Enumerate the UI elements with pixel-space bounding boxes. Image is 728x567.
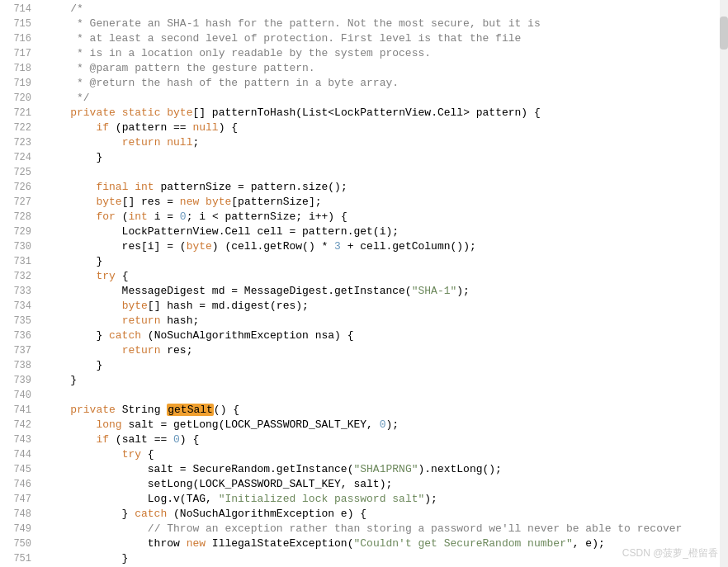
code-token: "SHA1PRNG" [353, 463, 418, 475]
watermark: CSDN @菠萝_橙留香 [622, 546, 718, 560]
code-token: null [167, 136, 192, 149]
line-number: 717 [0, 46, 41, 61]
code-container: 714 /*715 * Generate an SHA-1 hash for t… [0, 0, 728, 567]
table-row: 717 * is in a location only readable by … [0, 46, 728, 61]
line-number: 723 [0, 135, 41, 150]
line-content: // Throw an exception rather than storin… [41, 522, 728, 536]
table-row: 719 * @return the hash of the pattern in… [0, 76, 728, 91]
table-row: 723 return null; [0, 135, 728, 150]
code-token: // Throw an exception rather than storin… [148, 522, 683, 535]
line-content: * @param pattern the gesture pattern. [41, 61, 728, 76]
line-number: 714 [0, 2, 41, 17]
line-number: 725 [0, 165, 41, 180]
line-content: if (pattern == null) { [41, 120, 728, 135]
line-number: 740 [0, 388, 41, 403]
line-content: salt = SecureRandom.getInstance("SHA1PRN… [41, 462, 728, 477]
line-number: 727 [0, 195, 41, 210]
line-number: 721 [0, 106, 41, 120]
line-content: } catch (NoSuchAlgorithmException nsa) { [41, 328, 728, 343]
line-content: * @return the hash of the pattern in a b… [41, 76, 728, 91]
line-content: } [41, 150, 728, 165]
line-number: 741 [0, 403, 41, 418]
line-number: 747 [0, 492, 41, 507]
code-token: 0 [173, 433, 180, 446]
code-token: /* [45, 2, 83, 15]
table-row: 729 LockPatternView.Cell cell = pattern.… [0, 224, 728, 239]
line-number: 731 [0, 254, 41, 269]
line-number: 726 [0, 180, 41, 195]
code-token: byte [167, 106, 192, 119]
line-number: 732 [0, 269, 41, 284]
code-token: int [128, 210, 147, 223]
line-content: * is in a location only readable by the … [41, 46, 728, 61]
line-content [41, 388, 728, 403]
table-row: 740 [0, 388, 728, 403]
line-number: 716 [0, 31, 41, 46]
table-row: 742 long salt = getLong(LOCK_PASSWORD_SA… [0, 418, 728, 432]
code-token: "Couldn't get SecureRandom number" [353, 537, 572, 550]
line-number: 734 [0, 299, 41, 314]
line-number: 715 [0, 17, 41, 31]
line-number: 751 [0, 551, 41, 566]
code-token: try [122, 448, 141, 461]
line-number: 738 [0, 358, 41, 373]
table-row: 749 // Throw an exception rather than st… [0, 522, 728, 536]
code-token: for [96, 210, 115, 223]
scrollbar-thumb[interactable] [720, 17, 728, 50]
line-number: 746 [0, 477, 41, 492]
line-number: 743 [0, 432, 41, 447]
table-row: 750 throw new IllegalStateException("Cou… [0, 536, 728, 551]
table-row: 724 } [0, 150, 728, 165]
line-content: final int patternSize = pattern.size(); [41, 180, 728, 195]
table-row: 727 byte[] res = new byte[patternSize]; [0, 195, 728, 210]
line-content: } catch (NoSuchAlgorithmException e) { [41, 507, 728, 522]
code-token: byte [122, 300, 148, 312]
table-row: 718 * @param pattern the gesture pattern… [0, 61, 728, 76]
code-token: * at least a second level of protection.… [45, 32, 521, 45]
code-token: long [96, 418, 121, 431]
line-number: 720 [0, 91, 41, 106]
line-number: 718 [0, 61, 41, 76]
code-token: byte [206, 196, 231, 208]
table-row: 715 * Generate an SHA-1 hash for the pat… [0, 17, 728, 31]
line-content: return null; [41, 135, 728, 150]
line-content: return hash; [41, 314, 728, 328]
table-row: 733 MessageDigest md = MessageDigest.get… [0, 284, 728, 299]
line-number: 733 [0, 284, 41, 299]
scrollbar[interactable] [720, 0, 728, 567]
table-row: 714 /* [0, 2, 728, 17]
line-content: */ [41, 91, 728, 106]
line-content: private String getSalt() { [41, 403, 728, 418]
table-row: 721 private static byte[] patternToHash(… [0, 106, 728, 120]
table-row: 716 * at least a second level of protect… [0, 31, 728, 46]
line-number: 724 [0, 150, 41, 165]
line-number: 728 [0, 210, 41, 224]
line-number: 748 [0, 507, 41, 522]
table-row: 730 res[i] = (byte) (cell.getRow() * 3 +… [0, 239, 728, 254]
code-view[interactable]: 714 /*715 * Generate an SHA-1 hash for t… [0, 0, 728, 567]
table-row: 744 try { [0, 447, 728, 462]
table-row: 737 return res; [0, 343, 728, 358]
table-row: 739 } [0, 373, 728, 388]
code-token: * Generate an SHA-1 hash for the pattern… [45, 17, 541, 30]
line-number: 737 [0, 343, 41, 358]
line-number: 745 [0, 462, 41, 477]
line-number: 749 [0, 522, 41, 536]
code-token: if [96, 433, 109, 446]
line-number: 739 [0, 373, 41, 388]
code-token: catch [109, 329, 141, 342]
line-content: res[i] = (byte) (cell.getRow() * 3 + cel… [41, 239, 728, 254]
line-content: for (int i = 0; i < patternSize; i++) { [41, 210, 728, 224]
line-content: byte[] res = new byte[patternSize]; [41, 195, 728, 210]
code-token: new [187, 537, 206, 550]
line-content: long salt = getLong(LOCK_PASSWORD_SALT_K… [41, 418, 728, 432]
code-token: null [192, 121, 218, 134]
table-row: 741 private String getSalt() { [0, 403, 728, 418]
code-token: */ [45, 92, 90, 104]
table-row: 747 Log.v(TAG, "Initialized lock passwor… [0, 492, 728, 507]
table-row: 736 } catch (NoSuchAlgorithmException ns… [0, 328, 728, 343]
line-content: private static byte[] patternToHash(List… [41, 106, 728, 120]
code-token: * is in a location only readable by the … [45, 47, 431, 59]
line-number: 722 [0, 120, 41, 135]
code-token: "SHA-1" [412, 285, 457, 297]
